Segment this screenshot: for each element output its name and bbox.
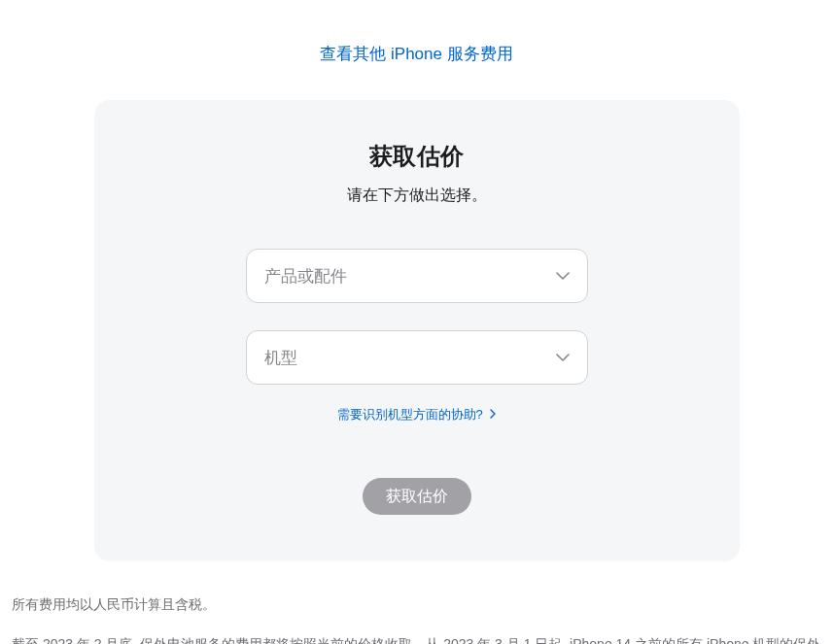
- select-product-wrap: 产品或配件: [246, 249, 588, 303]
- select-product[interactable]: 产品或配件: [246, 249, 588, 303]
- view-other-fees-link[interactable]: 查看其他 iPhone 服务费用: [320, 45, 512, 63]
- card-title: 获取估价: [133, 141, 701, 172]
- estimate-card: 获取估价 请在下方做出选择。 产品或配件 机型 需要识别机型方面的协助?: [94, 100, 740, 561]
- footer-notes: 所有费用均以人民币计算且含税。 截至 2023 年 2 月底, 保外电池服务的费…: [10, 591, 823, 644]
- get-estimate-button[interactable]: 获取估价: [363, 478, 471, 515]
- select-product-placeholder: 产品或配件: [264, 265, 347, 288]
- help-link-wrap: 需要识别机型方面的协助?: [133, 406, 701, 424]
- note-price-change-text-a: 截至 2023 年 2 月底, 保外电池服务的费用都将按照当前的价格收取。从 2…: [12, 636, 820, 644]
- card-subtitle: 请在下方做出选择。: [133, 186, 701, 206]
- identify-model-help-link[interactable]: 需要识别机型方面的协助?: [337, 407, 497, 422]
- view-other-fees-link-wrap: 查看其他 iPhone 服务费用: [10, 0, 823, 92]
- select-model-placeholder: 机型: [264, 347, 297, 369]
- note-taxes: 所有费用均以人民币计算且含税。: [12, 591, 821, 619]
- chevron-down-icon: [556, 354, 570, 361]
- select-model-wrap: 机型: [246, 330, 588, 385]
- help-link-label: 需要识别机型方面的协助?: [337, 407, 483, 422]
- chevron-right-icon: [490, 407, 496, 422]
- select-model[interactable]: 机型: [246, 330, 588, 385]
- chevron-down-icon: [556, 272, 570, 280]
- note-price-change: 截至 2023 年 2 月底, 保外电池服务的费用都将按照当前的价格收取。从 2…: [12, 630, 821, 644]
